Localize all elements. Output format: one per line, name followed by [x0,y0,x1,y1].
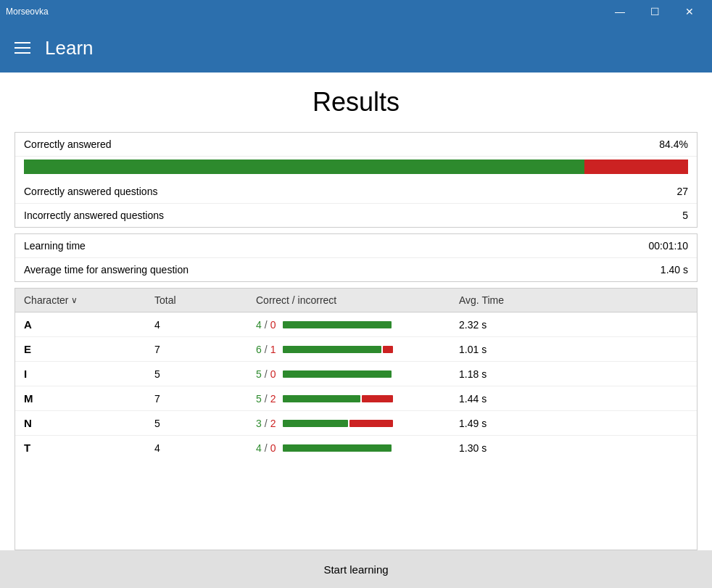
total-cell: 5 [154,418,256,429]
correct-questions-value: 27 [676,186,688,197]
char-cell: N [24,417,154,429]
correct-num: 3 [256,418,262,429]
correct-questions-label: Correctly answered questions [24,186,157,197]
time-stats-section: Learning time 00:01:10 Average time for … [15,233,697,282]
char-cell: E [24,343,154,355]
table-row: T 4 4 / 0 1.30 s [15,436,697,460]
mini-bar-container [283,346,399,353]
table-header: Character ∨ Total Correct / incorrect Av… [15,289,697,312]
progress-bar [24,160,688,174]
incorrect-num: 0 [270,442,276,454]
correctly-answered-section: Correctly answered 84.4% Correctly answe… [15,132,697,228]
start-learning-button[interactable]: Start learning [294,556,417,583]
avg-time-cell: 2.32 s [459,319,688,331]
col-correct-incorrect: Correct / incorrect [256,294,459,306]
mini-bar-container [283,420,399,427]
total-cell: 5 [154,368,256,380]
learning-time-row: Learning time 00:01:10 [15,234,697,258]
table-row: E 7 6 / 1 1.01 s [15,337,697,362]
avg-time-cell: 1.49 s [459,418,688,429]
mini-bar-red [383,346,393,353]
correct-incorrect-cell: 5 / 2 [256,393,459,405]
total-cell: 7 [154,344,256,355]
close-button[interactable]: ✕ [673,0,706,23]
window-controls: — ☐ ✕ [603,0,706,23]
total-cell: 4 [154,442,256,454]
correct-incorrect-cell: 6 / 1 [256,344,459,355]
incorrect-questions-value: 5 [682,210,688,221]
title-bar: Morseovka — ☐ ✕ [0,0,712,23]
mini-bar-red [349,420,393,427]
minimize-button[interactable]: — [603,0,637,23]
char-cell: M [24,392,154,405]
total-cell: 4 [154,319,256,331]
progress-bar-green [24,160,584,174]
incorrect-num: 2 [270,393,276,405]
avg-time-cell: 1.18 s [459,368,688,380]
incorrect-questions-label: Incorrectly answered questions [24,210,164,221]
correct-questions-row: Correctly answered questions 27 [15,180,697,204]
correct-incorrect-values: 4 / 0 [256,319,276,331]
correct-num: 5 [256,368,262,380]
table-row: I 5 5 / 0 1.18 s [15,362,697,386]
progress-bar-red [584,160,688,174]
hamburger-menu[interactable] [15,42,30,54]
correctly-answered-row: Correctly answered 84.4% [15,133,697,157]
correct-num: 5 [256,393,262,405]
table-row: M 7 5 / 2 1.44 s [15,386,697,411]
correct-incorrect-cell: 4 / 0 [256,442,459,454]
char-cell: T [24,442,154,454]
correct-incorrect-values: 6 / 1 [256,344,276,355]
correct-incorrect-values: 5 / 0 [256,368,276,380]
progress-bar-container [15,157,697,180]
avg-time-cell: 1.44 s [459,393,688,405]
col-avg-time: Avg. Time [459,294,688,306]
incorrect-num: 2 [270,418,276,429]
col-character[interactable]: Character ∨ [24,294,154,306]
correct-incorrect-values: 5 / 2 [256,393,276,405]
mini-bar-container [283,321,399,328]
char-cell: A [24,318,154,331]
correct-num: 6 [256,344,262,355]
mini-bar-green [283,420,348,427]
correct-incorrect-cell: 4 / 0 [256,319,459,331]
mini-bar-green [283,370,392,378]
sort-arrow-icon: ∨ [71,295,78,305]
correct-num: 4 [256,442,262,454]
correct-incorrect-values: 3 / 2 [256,418,276,429]
table-row: A 4 4 / 0 2.32 s [15,312,697,337]
maximize-button[interactable]: ☐ [638,0,671,23]
correct-incorrect-cell: 3 / 2 [256,418,459,429]
incorrect-num: 0 [270,319,276,331]
mini-bar-container [283,370,399,378]
avg-time-cell: 1.01 s [459,344,688,355]
mini-bar-green [283,321,392,328]
mini-bar-green [283,444,392,452]
main-content: Results Correctly answered 84.4% Correct… [0,73,712,588]
char-cell: I [24,368,154,380]
learning-time-label: Learning time [24,240,86,252]
mini-bar-container [283,444,399,452]
correct-incorrect-values: 4 / 0 [256,442,276,454]
correct-num: 4 [256,319,262,331]
table-row: N 5 3 / 2 1.49 s [15,411,697,436]
total-cell: 7 [154,393,256,405]
incorrect-num: 1 [270,344,276,355]
mini-bar-container [283,395,399,402]
page-title: Results [15,87,697,117]
avg-time-value: 1.40 s [661,264,688,276]
window-title: Morseovka [6,7,49,17]
table-body: A 4 4 / 0 2.32 s E 7 6 / [15,312,697,460]
avg-time-row: Average time for answering question 1.40… [15,258,697,281]
incorrect-num: 0 [270,368,276,380]
app-header: Learn [0,23,712,73]
learning-time-value: 00:01:10 [649,240,689,252]
col-total: Total [154,294,256,306]
results-table: Character ∨ Total Correct / incorrect Av… [15,288,697,550]
correct-incorrect-cell: 5 / 0 [256,368,459,380]
mini-bar-green [283,346,381,353]
mini-bar-red [362,395,393,402]
mini-bar-green [283,395,360,402]
header-title: Learn [45,37,94,59]
incorrect-questions-row: Incorrectly answered questions 5 [15,204,697,227]
